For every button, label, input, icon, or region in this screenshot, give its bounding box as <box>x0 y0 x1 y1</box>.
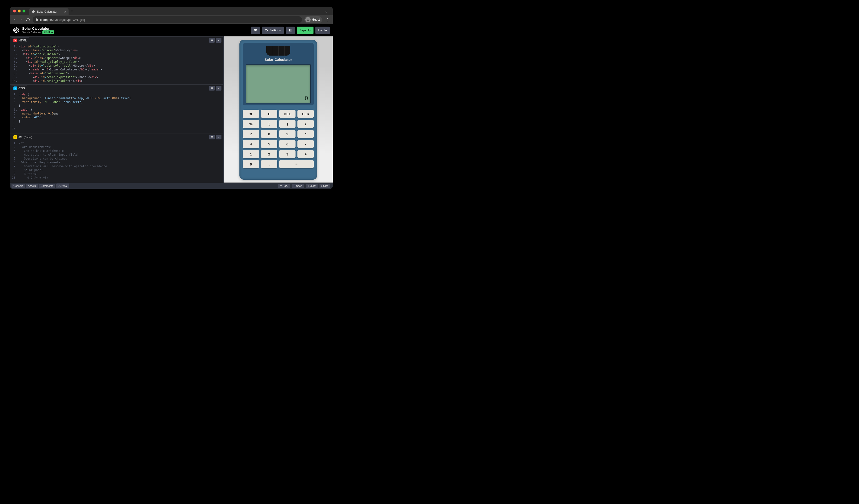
preview-pane: Solar Calculator 0 πEDELCLR%()/789*456-1… <box>224 36 333 183</box>
calc-button-4[interactable]: 4 <box>243 140 259 148</box>
lock-icon <box>35 18 38 21</box>
css-badge-icon <box>13 87 17 90</box>
export-button[interactable]: Export <box>306 184 318 188</box>
svg-point-12 <box>281 186 281 187</box>
css-dropdown-button[interactable] <box>216 86 222 91</box>
svg-point-7 <box>15 137 15 138</box>
pen-title-block: Solar Calculator Sassja Ceballos Follow <box>22 26 54 34</box>
love-button[interactable] <box>251 27 260 34</box>
chevron-down-icon <box>217 87 220 89</box>
close-tab-button[interactable]: × <box>64 10 66 14</box>
js-badge-icon <box>13 135 17 139</box>
calculator-result: 0 <box>248 95 308 102</box>
calc-button-op-4[interactable]: % <box>243 120 259 128</box>
calc-button-del[interactable]: DEL <box>279 110 296 118</box>
calc-button-op-11[interactable]: * <box>298 130 314 138</box>
calc-button-op-19[interactable]: + <box>298 150 314 158</box>
svg-rect-4 <box>290 31 291 31</box>
calc-button-op-7[interactable]: / <box>298 120 314 128</box>
calc-button-7[interactable]: 7 <box>243 130 259 138</box>
comments-button[interactable]: Comments <box>39 184 55 188</box>
css-gutter: 12345678910 <box>10 92 17 133</box>
html-panel: HTML 12345678910 <div id="calc_outside">… <box>10 36 223 84</box>
console-button[interactable]: Console <box>12 184 25 188</box>
new-tab-button[interactable]: + <box>69 9 76 14</box>
minimize-window-button[interactable] <box>18 10 20 13</box>
browser-window: Solar Calculator × + ⌄ codepen.io/sassja… <box>10 7 333 189</box>
js-label: JS <box>18 135 22 139</box>
js-dropdown-button[interactable] <box>216 135 222 139</box>
html-panel-header: HTML <box>10 36 223 44</box>
css-settings-button[interactable] <box>209 86 215 91</box>
zoom-window-button[interactable] <box>22 10 26 13</box>
calc-button-3[interactable]: 3 <box>279 150 296 158</box>
keys-button[interactable]: ⌘ Keys <box>56 183 70 188</box>
calc-button-e[interactable]: E <box>261 110 277 118</box>
html-dropdown-button[interactable] <box>216 38 222 43</box>
calc-button-9[interactable]: 9 <box>279 130 296 138</box>
heart-icon <box>254 29 257 32</box>
js-sublabel: (Babel) <box>24 136 32 139</box>
follow-button[interactable]: Follow <box>42 30 55 34</box>
calculator-display-surface: Solar Calculator 0 <box>243 43 314 105</box>
js-settings-button[interactable] <box>209 135 215 139</box>
profile-label: Guest <box>312 18 320 21</box>
embed-button[interactable]: Embed <box>292 184 304 188</box>
editor-area: HTML 12345678910 <div id="calc_outside">… <box>10 36 333 183</box>
profile-chip[interactable]: Guest <box>304 16 322 23</box>
calc-button-op-6[interactable]: ) <box>279 120 296 128</box>
calc-button-0[interactable]: 0 <box>243 160 259 168</box>
solar-cell <box>266 46 290 56</box>
gear-icon <box>211 39 213 42</box>
login-button[interactable]: Log In <box>315 27 330 34</box>
back-button[interactable] <box>13 17 17 22</box>
codepen-favicon <box>32 10 35 13</box>
assets-button[interactable]: Assets <box>26 184 37 188</box>
calculator-keypad: πEDELCLR%()/789*456-123+0.= <box>243 110 314 168</box>
browser-tab[interactable]: Solar Calculator × <box>29 8 69 15</box>
gear-icon <box>211 87 213 89</box>
calc-button-5[interactable]: 5 <box>261 140 277 148</box>
calculator-body: Solar Calculator 0 πEDELCLR%()/789*456-1… <box>239 40 317 180</box>
reload-button[interactable] <box>26 17 30 22</box>
js-editor[interactable]: 12345678910 /** Core Requirements: Can d… <box>10 140 223 183</box>
calc-button-8[interactable]: 8 <box>261 130 277 138</box>
svg-point-11 <box>281 185 282 185</box>
calc-button-2[interactable]: 2 <box>261 150 277 158</box>
gear-icon <box>211 136 213 138</box>
share-button[interactable]: Share <box>319 184 330 188</box>
calc-button-op-21[interactable]: . <box>261 160 277 168</box>
signup-button[interactable]: Sign Up <box>297 27 314 34</box>
layout-button[interactable] <box>286 27 295 34</box>
calculator-title: Solar Calculator <box>246 58 311 62</box>
svg-point-0 <box>307 18 309 20</box>
css-panel: CSS 12345678910 body { background: linea… <box>10 84 223 133</box>
calc-button-6[interactable]: 6 <box>279 140 296 148</box>
calc-button-op-22[interactable]: = <box>279 160 314 168</box>
calc-button-op-15[interactable]: - <box>298 140 314 148</box>
js-gutter: 12345678910 <box>10 140 17 183</box>
calc-button-1[interactable]: 1 <box>243 150 259 158</box>
codepen-logo-icon[interactable] <box>13 27 20 33</box>
tab-overflow-button[interactable]: ⌄ <box>323 9 330 13</box>
settings-button[interactable]: Settings <box>262 27 284 34</box>
css-editor[interactable]: 12345678910 body { background: linear-gr… <box>10 92 223 133</box>
html-editor[interactable]: 12345678910 <div id="calc_outside"> <div… <box>10 44 223 84</box>
address-bar[interactable]: codepen.io/sassjajc/pen/zNJgKg <box>33 16 302 23</box>
calc-button-clr[interactable]: CLR <box>298 110 314 118</box>
browser-menu-button[interactable]: ⋮ <box>325 17 330 22</box>
svg-rect-1 <box>289 29 290 32</box>
calc-button-op-5[interactable]: ( <box>261 120 277 128</box>
chevron-down-icon <box>217 136 220 138</box>
pen-author[interactable]: Sassja Ceballos <box>22 31 41 34</box>
fork-button[interactable]: Fork <box>278 184 290 188</box>
forward-button[interactable] <box>19 17 24 22</box>
gear-icon <box>265 29 268 32</box>
calc-button-op-0[interactable]: π <box>243 110 259 118</box>
window-controls <box>13 10 26 13</box>
close-window-button[interactable] <box>13 10 16 13</box>
calculator-expression <box>248 66 308 70</box>
svg-point-8 <box>15 137 16 137</box>
calculator-screen: 0 <box>246 64 311 104</box>
html-settings-button[interactable] <box>209 38 215 43</box>
